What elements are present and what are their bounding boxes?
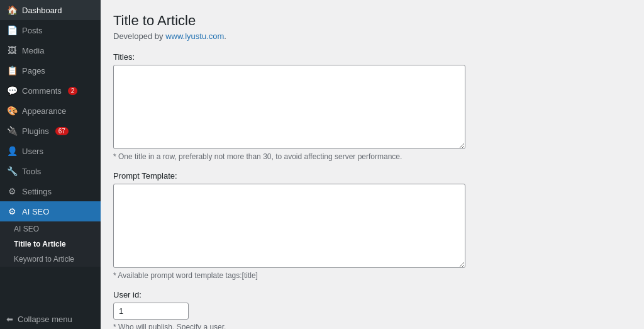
subitem-label: Titile to Article — [14, 240, 66, 248]
user-id-input[interactable] — [113, 303, 189, 320]
prompt-textarea[interactable] — [113, 184, 465, 268]
main-content: Title to Article Developed by www.lyustu… — [101, 0, 644, 329]
tools-icon: 🔧 — [6, 166, 18, 176]
settings-icon: ⚙ — [6, 186, 18, 196]
collapse-label: Collapse menu — [18, 315, 72, 324]
titles-field-group: Titles: * One title in a row, preferably… — [113, 52, 631, 161]
sidebar-item-label: Media — [22, 46, 44, 55]
collapse-icon: ⬅ — [6, 315, 13, 324]
page-title: Title to Article — [113, 13, 631, 29]
sidebar-subitem-title-to-article[interactable]: Titile to Article — [0, 237, 101, 252]
sidebar-item-dashboard[interactable]: 🏠 Dashboard — [0, 0, 101, 20]
sidebar-item-label: Settings — [22, 187, 52, 196]
sidebar-item-appearance[interactable]: 🎨 Appearance — [0, 101, 101, 121]
titles-label: Titles: — [113, 52, 631, 62]
comments-icon: 💬 — [6, 86, 18, 96]
user-id-hint: * Who will publish. Specify a user. — [113, 323, 631, 329]
sidebar-submenu: AI SEO Titile to Article Keyword to Arti… — [0, 221, 101, 267]
subtitle-prefix: Developed by — [113, 31, 165, 41]
titles-textarea[interactable] — [113, 65, 465, 149]
sidebar-subitem-ai-seo[interactable]: AI SEO — [0, 221, 101, 237]
sidebar-item-tools[interactable]: 🔧 Tools — [0, 161, 101, 181]
page-subtitle: Developed by www.lyustu.com. — [113, 31, 631, 41]
sidebar-subitem-keyword-to-article[interactable]: Keyword to Article — [0, 252, 101, 267]
prompt-hint: * Available prompt word template tags:[t… — [113, 271, 631, 280]
appearance-icon: 🎨 — [6, 106, 18, 116]
user-id-field-group: User id: * Who will publish. Specify a u… — [113, 290, 631, 329]
sidebar-item-label: Pages — [22, 66, 45, 75]
sidebar-item-label: AI SEO — [22, 207, 49, 216]
subtitle-suffix: . — [224, 31, 226, 41]
sidebar-item-label: Posts — [22, 26, 43, 35]
prompt-field-group: Prompt Template: * Available prompt word… — [113, 171, 631, 280]
prompt-label: Prompt Template: — [113, 171, 631, 181]
sidebar: 🏠 Dashboard 📄 Posts 🖼 Media 📋 Pages 💬 Co… — [0, 0, 101, 329]
sidebar-item-plugins[interactable]: 🔌 Plugins 67 — [0, 121, 101, 141]
subtitle-link[interactable]: www.lyustu.com — [165, 31, 224, 41]
sidebar-item-pages[interactable]: 📋 Pages — [0, 60, 101, 81]
subitem-label: Keyword to Article — [14, 255, 74, 264]
media-icon: 🖼 — [6, 45, 18, 55]
plugins-badge: 67 — [55, 127, 69, 135]
users-icon: 👤 — [6, 146, 18, 156]
subitem-label: AI SEO — [14, 225, 39, 233]
plugins-icon: 🔌 — [6, 126, 18, 136]
sidebar-item-label: Comments — [22, 86, 62, 96]
pages-icon: 📋 — [6, 65, 18, 75]
sidebar-item-label: Users — [22, 147, 43, 156]
titles-hint: * One title in a row, preferably not mor… — [113, 152, 631, 161]
sidebar-item-users[interactable]: 👤 Users — [0, 141, 101, 161]
user-id-label: User id: — [113, 290, 631, 299]
comments-badge: 2 — [68, 87, 78, 95]
sidebar-item-media[interactable]: 🖼 Media — [0, 40, 101, 60]
ai-seo-icon: ⚙ — [6, 206, 18, 216]
sidebar-item-label: Appearance — [22, 106, 66, 116]
sidebar-item-label: Tools — [22, 167, 41, 176]
sidebar-item-settings[interactable]: ⚙ Settings — [0, 181, 101, 201]
sidebar-item-label: Dashboard — [22, 6, 62, 15]
sidebar-item-label: Plugins — [22, 126, 49, 136]
sidebar-item-posts[interactable]: 📄 Posts — [0, 20, 101, 40]
sidebar-item-ai-seo[interactable]: ⚙ AI SEO — [0, 201, 101, 221]
dashboard-icon: 🏠 — [6, 5, 18, 15]
collapse-menu[interactable]: ⬅ Collapse menu — [0, 309, 101, 329]
sidebar-menu: 🏠 Dashboard 📄 Posts 🖼 Media 📋 Pages 💬 Co… — [0, 0, 101, 309]
sidebar-item-comments[interactable]: 💬 Comments 2 — [0, 81, 101, 101]
posts-icon: 📄 — [6, 25, 18, 35]
